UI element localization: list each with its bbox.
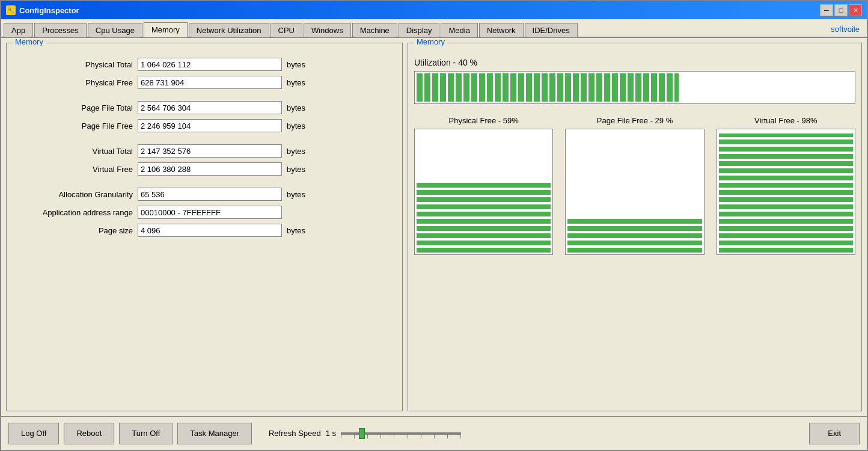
left-memory-panel: Memory Physical Total bytes Physical Fre… [6,43,403,411]
virtual-free-bar-fill [719,133,853,253]
page-file-free-input[interactable] [138,119,282,132]
page-file-free-bar-fill [567,217,701,253]
tick-5 [394,435,394,438]
left-panel-title: Memory [13,38,46,46]
alloc-gran-unit: bytes [287,190,305,199]
tick-1 [341,435,341,438]
tab-memory[interactable]: Memory [144,22,188,37]
physical-free-label: Physical Free [13,78,133,87]
page-file-total-input[interactable] [138,101,282,114]
maximize-button[interactable]: □ [834,4,848,16]
mini-bars-row: Physical Free - 59% Page File Free - 29 … [414,116,855,255]
tick-10 [460,435,461,438]
virtual-total-label: Virtual Total [13,147,133,156]
page-file-free-label: Page File Free [13,121,133,130]
tab-cpu[interactable]: CPU [270,23,302,37]
tab-bar: App Processes Cpu Usage Memory Network U… [1,19,867,38]
alloc-gran-label: Allocation Granularity [13,190,133,199]
content-area: Memory Physical Total bytes Physical Fre… [1,38,867,416]
field-alloc-gran: Allocation Granularity bytes [13,188,396,201]
field-virtual-total: Virtual Total bytes [13,144,396,158]
refresh-speed-label: Refresh Speed [269,429,321,438]
physical-total-label: Physical Total [13,60,133,69]
page-file-free-unit: bytes [287,121,305,130]
title-bar-left: 🔧 ConfigInspector [6,5,79,15]
field-page-size: Page size bytes [13,224,396,237]
virtual-free-section: Virtual Free - 98% [717,116,855,255]
title-controls: ─ □ ✕ [820,4,862,16]
app-addr-input[interactable] [138,206,282,219]
tick-2 [354,435,355,438]
tab-cpu-usage[interactable]: Cpu Usage [88,23,142,37]
virtual-total-input[interactable] [138,144,282,158]
page-size-unit: bytes [287,226,305,235]
field-page-file-free: Page File Free bytes [13,119,396,132]
utilization-bar [414,71,855,104]
window-title: ConfigInspector [19,6,79,15]
tab-machine[interactable]: Machine [352,23,397,37]
page-file-free-bar [565,129,704,255]
tick-7 [421,435,421,438]
tick-4 [381,435,381,438]
physical-total-unit: bytes [287,60,305,69]
physical-free-bar-label: Physical Free - 59% [449,116,519,125]
field-physical-total: Physical Total bytes [13,58,396,71]
tick-8 [434,435,435,438]
refresh-section: Refresh Speed 1 s [269,428,804,440]
tab-app[interactable]: App [4,23,33,37]
app-addr-label: Application address range [13,208,133,217]
refresh-slider-thumb[interactable] [359,428,365,439]
close-button[interactable]: ✕ [849,4,862,16]
field-page-file-total: Page File Total bytes [13,101,396,114]
virtual-free-bar [717,129,855,255]
right-memory-panel: Memory Utilization - 40 % Physical Free … [408,43,862,411]
tab-network-utilization[interactable]: Network Utilization [189,23,269,37]
reboot-button[interactable]: Reboot [64,423,114,444]
page-file-free-bar-label: Page File Free - 29 % [597,116,673,125]
page-file-total-unit: bytes [287,103,305,112]
app-icon: 🔧 [6,5,16,15]
page-size-label: Page size [13,226,133,235]
utilization-label: Utilization - 40 % [414,58,855,67]
virtual-free-input[interactable] [138,162,282,176]
physical-total-input[interactable] [138,58,282,71]
task-manager-button[interactable]: Task Manager [177,423,252,444]
physical-free-bar-fill [417,181,551,253]
refresh-slider-track [341,432,461,435]
tab-media[interactable]: Media [441,23,477,37]
tab-ide-drives[interactable]: IDE/Drives [525,23,578,37]
tab-display[interactable]: Display [399,23,440,37]
physical-free-unit: bytes [287,78,305,87]
title-bar: 🔧 ConfigInspector ─ □ ✕ [1,1,867,19]
tab-processes[interactable]: Processes [34,23,87,37]
field-virtual-free: Virtual Free bytes [13,162,396,176]
tick-9 [447,435,448,438]
log-off-button[interactable]: Log Off [8,423,59,444]
physical-free-bar [414,129,553,255]
field-physical-free: Physical Free bytes [13,76,396,89]
utilization-bar-fill [417,73,679,102]
page-file-total-label: Page File Total [13,103,133,112]
turn-off-button[interactable]: Turn Off [119,423,173,444]
main-window: 🔧 ConfigInspector ─ □ ✕ App Processes Cp… [0,0,868,451]
minimize-button[interactable]: ─ [820,4,833,16]
physical-free-section: Physical Free - 59% [414,116,553,255]
field-app-addr: Application address range [13,206,396,219]
brand-label: softvoile [826,22,864,36]
tick-6 [408,435,408,438]
alloc-gran-input[interactable] [138,188,282,201]
physical-free-input[interactable] [138,76,282,89]
tab-network[interactable]: Network [479,23,524,37]
exit-button[interactable]: Exit [809,423,860,444]
bottom-bar: Log Off Reboot Turn Off Task Manager Ref… [1,416,867,450]
virtual-free-unit: bytes [287,165,305,174]
virtual-free-label: Virtual Free [13,165,133,174]
refresh-speed-value: 1 s [326,429,336,438]
page-size-input[interactable] [138,224,282,237]
tab-windows[interactable]: Windows [304,23,351,37]
tick-3 [367,435,368,438]
virtual-free-bar-label: Virtual Free - 98% [754,116,818,125]
virtual-total-unit: bytes [287,147,305,156]
right-panel-title: Memory [414,38,447,46]
page-file-free-section: Page File Free - 29 % [565,116,704,255]
